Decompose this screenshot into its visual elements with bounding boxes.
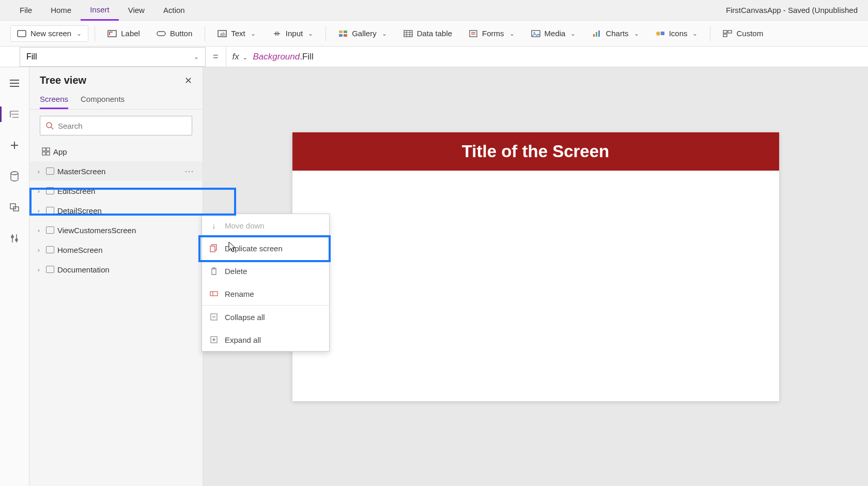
new-screen-label: New screen bbox=[30, 29, 71, 38]
tree-view-button[interactable] bbox=[5, 104, 24, 124]
forms-label: Forms bbox=[482, 29, 504, 38]
screen-icon bbox=[46, 226, 54, 234]
menu-file[interactable]: File bbox=[10, 0, 41, 21]
hamburger-button[interactable] bbox=[5, 73, 24, 93]
svg-rect-32 bbox=[210, 246, 215, 252]
text-button[interactable]: ab Text ⌄ bbox=[211, 26, 262, 41]
media-panel-button[interactable] bbox=[5, 198, 24, 217]
tab-components[interactable]: Components bbox=[81, 90, 125, 109]
chevron-down-icon: ⌄ bbox=[634, 30, 639, 37]
menu-view[interactable]: View bbox=[119, 0, 154, 21]
arrow-down-icon: ↓ bbox=[209, 221, 219, 230]
screen-icon bbox=[46, 246, 54, 253]
app-title: FirstCanvasApp - Saved (Unpublished bbox=[726, 6, 858, 14]
media-label: Media bbox=[545, 29, 566, 38]
chevron-right-icon[interactable]: › bbox=[35, 246, 43, 254]
chevron-down-icon: ⌄ bbox=[194, 53, 199, 60]
new-screen-button[interactable]: New screen ⌄ bbox=[10, 25, 88, 42]
tree-node-label: App bbox=[53, 147, 67, 156]
chevron-right-icon[interactable]: › bbox=[35, 187, 43, 195]
svg-rect-22 bbox=[10, 204, 16, 209]
forms-button[interactable]: Forms ⌄ bbox=[462, 26, 521, 41]
more-options-button[interactable]: ⋯ bbox=[181, 165, 197, 177]
ctx-expand-all[interactable]: Expand all bbox=[202, 328, 329, 351]
screen-icon bbox=[46, 207, 54, 214]
chevron-right-icon[interactable]: › bbox=[35, 266, 43, 274]
button-button[interactable]: Button bbox=[150, 26, 198, 41]
search-input[interactable] bbox=[58, 122, 187, 130]
input-icon bbox=[272, 29, 282, 38]
ctx-collapse-all[interactable]: Collapse all bbox=[202, 306, 329, 328]
tree-node-detailscreen[interactable]: › DetailScreen bbox=[29, 201, 203, 220]
canvas-header[interactable]: Title of the Screen bbox=[292, 132, 779, 171]
media-button[interactable]: Media ⌄ bbox=[525, 26, 582, 41]
expand-icon bbox=[209, 335, 219, 344]
svg-rect-33 bbox=[210, 292, 218, 296]
svg-rect-10 bbox=[470, 31, 477, 37]
svg-rect-7 bbox=[339, 34, 343, 37]
formula-input[interactable]: Background.Fill bbox=[253, 51, 313, 62]
chevron-down-icon: ⌄ bbox=[308, 30, 313, 37]
svg-rect-20 bbox=[723, 34, 727, 37]
ctx-delete[interactable]: Delete bbox=[202, 260, 329, 282]
gallery-button[interactable]: Gallery ⌄ bbox=[332, 26, 393, 41]
tree-node-homescreen[interactable]: › HomeScreen bbox=[29, 240, 203, 260]
charts-button[interactable]: Charts ⌄ bbox=[586, 26, 645, 41]
ribbon: New screen ⌄ Label Button ab Text ⌄ Inpu… bbox=[0, 21, 868, 47]
svg-rect-5 bbox=[339, 31, 343, 33]
charts-icon bbox=[592, 29, 601, 38]
data-table-button[interactable]: Data table bbox=[397, 26, 458, 41]
formula-part1: Background bbox=[253, 52, 300, 62]
search-icon bbox=[45, 122, 54, 130]
tree-node-label: ViewCustomersScreen bbox=[57, 226, 136, 235]
advanced-tools-button[interactable] bbox=[5, 229, 24, 248]
text-icon: ab bbox=[218, 29, 227, 38]
data-button[interactable] bbox=[5, 166, 24, 186]
custom-button[interactable]: Custom bbox=[717, 26, 769, 41]
formula-part2: .Fill bbox=[300, 52, 313, 62]
tree-node-editscreen[interactable]: › EditScreen bbox=[29, 181, 203, 201]
formula-bar: Fill ⌄ = fx ⌄ Background.Fill bbox=[0, 47, 868, 67]
ctx-duplicate-screen[interactable]: Duplicate screen bbox=[202, 237, 329, 260]
close-icon[interactable]: ✕ bbox=[184, 75, 192, 86]
gallery-label: Gallery bbox=[352, 29, 377, 38]
screen-icon bbox=[46, 187, 54, 194]
tree-node-label: DetailScreen bbox=[57, 206, 102, 215]
svg-point-21 bbox=[11, 172, 18, 175]
chevron-right-icon[interactable]: › bbox=[35, 226, 43, 234]
search-box[interactable] bbox=[40, 116, 192, 135]
svg-rect-29 bbox=[42, 152, 45, 155]
canvas[interactable]: Title of the Screen bbox=[292, 132, 779, 401]
search-wrap bbox=[29, 110, 203, 142]
property-selector[interactable]: Fill ⌄ bbox=[20, 47, 206, 67]
label-button[interactable]: Label bbox=[101, 26, 146, 41]
ctx-rename[interactable]: Rename bbox=[202, 282, 329, 305]
svg-rect-0 bbox=[18, 31, 26, 37]
fx-label[interactable]: fx ⌄ bbox=[233, 52, 248, 62]
left-rail bbox=[0, 67, 29, 486]
tree-node-viewcustomersscreen[interactable]: › ViewCustomersScreen bbox=[29, 220, 203, 240]
screen-icon bbox=[46, 266, 54, 273]
menu-insert[interactable]: Insert bbox=[81, 0, 119, 21]
icons-icon bbox=[656, 29, 665, 38]
chevron-right-icon[interactable]: › bbox=[35, 168, 43, 175]
tree-title: Tree view bbox=[40, 74, 86, 86]
svg-rect-14 bbox=[596, 32, 597, 37]
menu-home[interactable]: Home bbox=[41, 0, 81, 21]
ctx-label: Move down bbox=[225, 221, 265, 230]
chevron-right-icon[interactable]: › bbox=[35, 207, 43, 215]
insert-button[interactable] bbox=[5, 135, 24, 155]
separator bbox=[205, 26, 205, 41]
ctx-move-down[interactable]: ↓ Move down bbox=[202, 214, 329, 237]
tree-node-app[interactable]: App bbox=[29, 142, 203, 161]
tree-node-documentation[interactable]: › Documentation bbox=[29, 260, 203, 279]
menu-action[interactable]: Action bbox=[154, 0, 194, 21]
tree-node-masterscreen[interactable]: › MasterScreen ⋯ bbox=[29, 161, 203, 181]
separator bbox=[710, 26, 710, 41]
icons-button[interactable]: Icons ⌄ bbox=[649, 26, 704, 41]
tab-screens[interactable]: Screens bbox=[40, 90, 68, 109]
input-button[interactable]: Input ⌄ bbox=[266, 26, 319, 41]
button-label: Button bbox=[170, 29, 192, 38]
trash-icon bbox=[209, 266, 219, 276]
app-icon bbox=[42, 147, 50, 156]
